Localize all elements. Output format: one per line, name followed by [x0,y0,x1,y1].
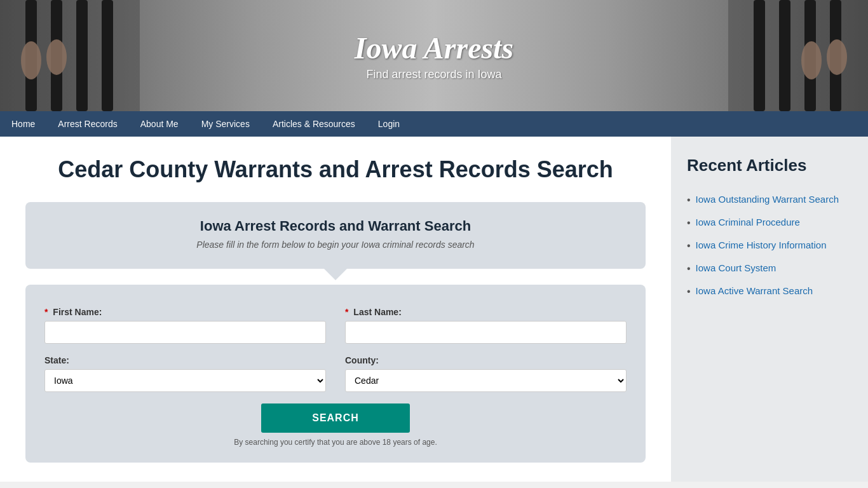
nav-arrest-records[interactable]: Arrest Records [46,111,128,137]
bars-right-decoration [728,0,868,111]
state-select[interactable]: Iowa [44,369,326,392]
header-title-wrap: Iowa Arrests Find arrest records in Iowa [355,30,513,81]
search-box-title: Iowa Arrest Records and Warrant Search [44,218,627,234]
main-container: Cedar County Warrants and Arrest Records… [0,137,868,482]
nav-articles-resources[interactable]: Articles & Resources [261,111,367,137]
sidebar: Recent Articles • Iowa Outstanding Warra… [671,137,868,482]
search-box-subtitle: Please fill in the form below to begin y… [44,240,627,250]
sidebar-title: Recent Articles [687,156,852,175]
search-form: * First Name: * Last Name: [44,307,627,447]
svg-point-12 [801,41,822,79]
nav-login[interactable]: Login [367,111,411,137]
svg-rect-3 [76,0,88,111]
article-link-5[interactable]: Iowa Active Warrant Search [696,285,813,297]
main-nav: Home Arrest Records About Me My Services… [0,111,868,137]
nav-my-services[interactable]: My Services [190,111,261,137]
bullet-icon: • [687,217,691,229]
page-title: Cedar County Warrants and Arrest Records… [25,156,646,183]
article-link-2[interactable]: Iowa Criminal Procedure [696,216,800,229]
state-group: State: Iowa [44,355,326,392]
svg-rect-8 [754,0,765,111]
form-area: * First Name: * Last Name: [25,285,646,463]
bullet-icon: • [687,263,691,274]
site-tagline: Find arrest records in Iowa [355,68,513,81]
first-name-label: * First Name: [44,307,326,317]
content-area: Cedar County Warrants and Arrest Records… [0,137,671,482]
first-name-group: * First Name: [44,307,326,344]
first-name-input[interactable] [44,321,326,344]
site-header: Iowa Arrests Find arrest records in Iowa [0,0,868,111]
county-select[interactable]: Cedar [345,369,627,392]
state-label: State: [44,355,326,365]
recent-articles-list: • Iowa Outstanding Warrant Search • Iowa… [687,188,852,302]
last-name-group: * Last Name: [345,307,627,344]
nav-home[interactable]: Home [0,111,46,137]
svg-rect-7 [728,0,868,111]
bullet-icon: • [687,194,691,206]
article-link-1[interactable]: Iowa Outstanding Warrant Search [696,193,839,206]
list-item: • Iowa Criminal Procedure [687,211,852,234]
form-row-names: * First Name: * Last Name: [44,307,627,344]
svg-rect-9 [779,0,790,111]
form-row-location: State: Iowa County: Cedar [44,355,627,392]
county-group: County: Cedar [345,355,627,392]
list-item: • Iowa Crime History Information [687,234,852,257]
search-box-banner: Iowa Arrest Records and Warrant Search P… [25,202,646,269]
last-name-label: * Last Name: [345,307,627,317]
svg-rect-4 [102,0,113,111]
article-link-3[interactable]: Iowa Crime History Information [696,239,827,252]
bullet-icon: • [687,286,691,297]
bullet-icon: • [687,240,691,252]
svg-rect-0 [0,0,140,111]
svg-point-5 [21,41,41,79]
nav-about-me[interactable]: About Me [129,111,190,137]
site-title: Iowa Arrests [355,30,513,65]
svg-point-6 [46,39,67,75]
search-btn-row: SEARCH [44,403,627,433]
required-star-first: * [44,307,48,317]
list-item: • Iowa Court System [687,257,852,280]
article-link-4[interactable]: Iowa Court System [696,262,776,274]
county-label: County: [345,355,627,365]
required-star-last: * [345,307,348,317]
bars-left-decoration [0,0,140,111]
form-note: By searching you certify that you are ab… [44,438,627,447]
list-item: • Iowa Outstanding Warrant Search [687,188,852,211]
last-name-input[interactable] [345,321,627,344]
search-button[interactable]: SEARCH [261,403,410,433]
list-item: • Iowa Active Warrant Search [687,280,852,302]
svg-point-13 [827,39,847,75]
